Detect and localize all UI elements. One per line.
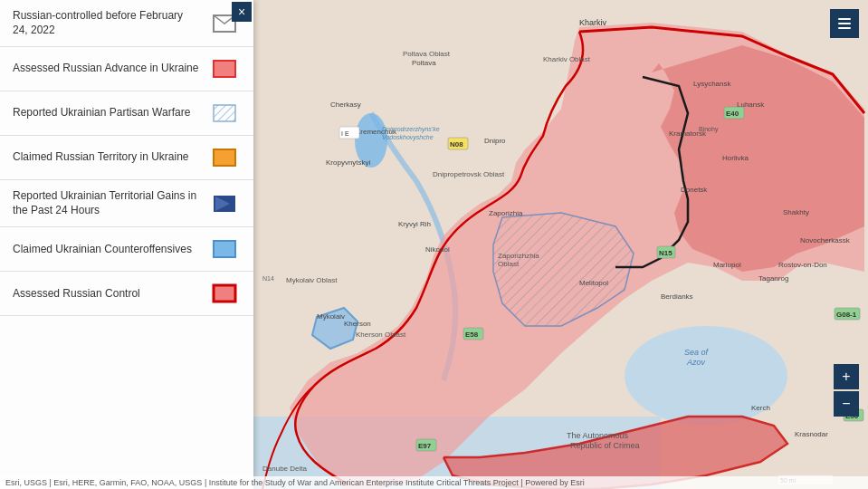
svg-text:Mykolaiv: Mykolaiv bbox=[317, 312, 345, 321]
svg-text:Zaporizhzhia: Zaporizhzhia bbox=[498, 252, 539, 260]
map-attribution: Esri, USGS | Esri, HERE, Garmin, FAO, NO… bbox=[0, 476, 868, 489]
svg-text:E97: E97 bbox=[418, 442, 432, 450]
zoom-out-button[interactable]: − bbox=[834, 391, 859, 417]
svg-text:Azov: Azov bbox=[686, 358, 706, 367]
svg-text:E58: E58 bbox=[465, 331, 479, 339]
svg-text:N08: N08 bbox=[450, 140, 463, 149]
svg-text:N15: N15 bbox=[659, 249, 672, 257]
map-layers-button[interactable] bbox=[830, 9, 859, 38]
svg-text:Mykolaiv Oblast: Mykolaiv Oblast bbox=[286, 276, 338, 284]
svg-text:Berdianks: Berdianks bbox=[661, 292, 693, 301]
svg-text:Horlivka: Horlivka bbox=[722, 154, 749, 162]
legend-swatch-assessed-advance bbox=[208, 56, 241, 82]
svg-text:Mariupol: Mariupol bbox=[713, 261, 741, 269]
svg-rect-75 bbox=[838, 23, 851, 24]
legend-item-russian-before: Russian-controlled before February 24, 2… bbox=[0, 0, 253, 47]
attribution-text: Esri, USGS | Esri, HERE, Garmin, FAO, NO… bbox=[5, 478, 585, 487]
svg-text:Melitopol: Melitopol bbox=[579, 279, 608, 287]
svg-text:Dnipropetrovsk Oblast: Dnipropetrovsk Oblast bbox=[433, 170, 505, 178]
legend-item-claimed-russian: Claimed Russian Territory in Ukraine bbox=[0, 136, 253, 180]
legend-label-claimed-russian: Claimed Russian Territory in Ukraine bbox=[13, 150, 199, 165]
svg-rect-73 bbox=[214, 285, 235, 302]
legend-label-partisan: Reported Ukrainian Partisan Warfare bbox=[13, 106, 199, 120]
svg-text:Kharkiv: Kharkiv bbox=[579, 18, 607, 27]
svg-text:Kherson Oblast: Kherson Oblast bbox=[356, 331, 406, 339]
svg-text:Shakhty: Shakhty bbox=[783, 208, 809, 216]
svg-text:Vodoskhovyshche: Vodoskhovyshche bbox=[382, 134, 434, 141]
svg-text:Kherson: Kherson bbox=[344, 320, 371, 328]
legend-label-counteroffensives: Claimed Ukrainian Counteroffensives bbox=[13, 243, 199, 257]
svg-text:Cherkasy: Cherkasy bbox=[330, 101, 361, 109]
svg-text:The Autonomous: The Autonomous bbox=[567, 431, 629, 440]
svg-text:Novocherkassk: Novocherkassk bbox=[800, 236, 851, 244]
svg-text:Poltava: Poltava bbox=[412, 59, 436, 67]
svg-text:Taganrog: Taganrog bbox=[758, 274, 788, 283]
svg-text:Danube Delta: Danube Delta bbox=[262, 465, 307, 473]
svg-text:Krasnodar: Krasnodar bbox=[795, 430, 828, 438]
zoom-in-button[interactable]: + bbox=[834, 364, 859, 389]
svg-text:N14: N14 bbox=[262, 275, 274, 282]
legend-item-counteroffensives: Claimed Ukrainian Counteroffensives bbox=[0, 227, 253, 272]
svg-text:Binohy: Binohy bbox=[699, 126, 719, 133]
svg-text:Rostov-on-Don: Rostov-on-Don bbox=[778, 261, 827, 269]
svg-text:I E: I E bbox=[341, 130, 349, 137]
legend-label-assessed-advance: Assessed Russian Advance in Ukraine bbox=[13, 62, 199, 76]
legend-swatch-territorial-gains bbox=[208, 191, 241, 216]
legend-swatch-assessed-control bbox=[208, 281, 241, 306]
legend-swatch-claimed-russian bbox=[208, 145, 241, 170]
legend-label-russian-before: Russian-controlled before February 24, 2… bbox=[13, 9, 199, 37]
svg-text:Kryvyi Rih: Kryvyi Rih bbox=[398, 220, 431, 228]
legend-item-territorial-gains: Reported Ukrainian Territorial Gains in … bbox=[0, 180, 253, 227]
svg-rect-66 bbox=[214, 61, 235, 77]
svg-text:Republic of Crimea: Republic of Crimea bbox=[570, 441, 640, 450]
svg-text:Donetsk: Donetsk bbox=[681, 186, 708, 194]
svg-text:Lysychansk: Lysychansk bbox=[693, 80, 732, 88]
svg-text:Poltava Oblast: Poltava Oblast bbox=[403, 50, 451, 58]
legend-swatch-partisan bbox=[208, 101, 241, 126]
svg-rect-74 bbox=[838, 18, 851, 20]
legend-item-assessed-control: Assessed Russian Control bbox=[0, 272, 253, 316]
svg-text:Sea of: Sea of bbox=[684, 348, 710, 357]
svg-text:Kerch: Kerch bbox=[751, 404, 770, 412]
svg-text:G08-1: G08-1 bbox=[836, 311, 857, 319]
svg-text:Dniprodrzerzhyns'ke: Dniprodrzerzhyns'ke bbox=[382, 126, 440, 133]
svg-text:Kharkiv Oblast: Kharkiv Oblast bbox=[543, 55, 591, 63]
map-zoom-controls: + − bbox=[834, 364, 859, 417]
legend-label-territorial-gains: Reported Ukrainian Territorial Gains in … bbox=[13, 189, 199, 217]
svg-text:Oblast: Oblast bbox=[498, 260, 520, 268]
svg-rect-69 bbox=[214, 149, 235, 166]
svg-text:Kropyvnytskyi: Kropyvnytskyi bbox=[326, 158, 371, 167]
svg-rect-72 bbox=[214, 241, 235, 257]
svg-text:E40: E40 bbox=[726, 110, 739, 118]
svg-rect-76 bbox=[838, 27, 851, 29]
svg-text:Zaporizhia: Zaporizhia bbox=[489, 209, 523, 217]
legend-item-partisan: Reported Ukrainian Partisan Warfare bbox=[0, 91, 253, 136]
svg-text:Dnipro: Dnipro bbox=[484, 137, 506, 145]
legend-item-assessed-advance: Assessed Russian Advance in Ukraine bbox=[0, 47, 253, 91]
legend-close-button[interactable]: × bbox=[232, 2, 252, 22]
legend-label-assessed-control: Assessed Russian Control bbox=[13, 287, 199, 302]
svg-rect-68 bbox=[214, 105, 235, 121]
svg-text:Nikopol: Nikopol bbox=[425, 245, 450, 254]
legend-panel: × Russian-controlled before February 24,… bbox=[0, 0, 253, 489]
legend-swatch-counteroffensives bbox=[208, 236, 241, 262]
